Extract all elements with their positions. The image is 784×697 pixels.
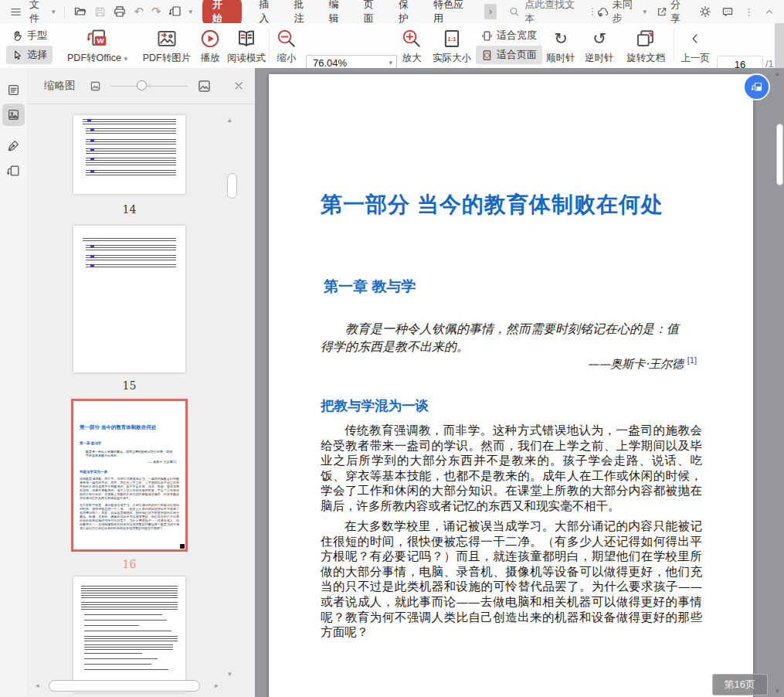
actual-size-label: 实际大小 bbox=[429, 52, 474, 65]
epigraph-quote: 教育是一种令人钦佩的事情，然而需要时刻铭记在心的是：值得学的东西是教不出来的。 bbox=[321, 320, 690, 355]
thumbnail-page-14[interactable] bbox=[73, 115, 185, 194]
footnote-ref[interactable]: [1] bbox=[687, 355, 697, 365]
search-box[interactable]: 点此查找文本 ⋮ bbox=[509, 0, 597, 26]
chapter-title: 第一章 教与学 bbox=[324, 277, 416, 297]
slider-handle[interactable] bbox=[137, 80, 147, 90]
tab-page[interactable]: 页面 bbox=[364, 0, 383, 26]
tab-annotate[interactable]: 批注 bbox=[294, 0, 313, 26]
divider bbox=[269, 29, 270, 62]
tab-edit[interactable]: 编辑 bbox=[329, 0, 348, 26]
main-menu-icon[interactable] bbox=[6, 4, 25, 20]
actual-size-button[interactable]: 1:1 实际大小 bbox=[429, 27, 474, 65]
thumbnail-page-17[interactable] bbox=[73, 576, 185, 692]
thumbnail-page-15[interactable] bbox=[73, 226, 185, 372]
redo-button[interactable]: ↷ bbox=[148, 4, 165, 20]
select-tool-button[interactable]: 选择 bbox=[6, 46, 53, 64]
zoom-in-button[interactable]: 放大 bbox=[395, 27, 428, 65]
page-label-16[interactable]: 16 bbox=[73, 558, 185, 570]
feedback-button[interactable] bbox=[721, 6, 734, 18]
open-file-button[interactable] bbox=[70, 3, 90, 20]
toolbar-edge-panel bbox=[775, 23, 784, 68]
save-button[interactable] bbox=[90, 4, 110, 20]
share-label: 分享 bbox=[670, 0, 689, 26]
undo-button[interactable]: ↶ bbox=[130, 4, 148, 20]
chevron-up-icon bbox=[764, 7, 775, 17]
hand-tool-label: 手型 bbox=[27, 29, 47, 42]
thumb-scroll-up-icon[interactable]: ▴ bbox=[228, 117, 232, 124]
read-mode-button[interactable]: 阅读模式 bbox=[222, 27, 270, 65]
rotate-document-label: 旋转文档 bbox=[623, 52, 669, 65]
search-icon bbox=[509, 6, 519, 17]
rotate-clockwise-button[interactable]: ↻ 顺时针 bbox=[542, 27, 579, 65]
titlebar-right-cluster: 未同步 ▾ 分享 ⋮ bbox=[597, 0, 775, 26]
mini-attribution: ——奥斯卡·王尔德[1] bbox=[83, 460, 176, 464]
tabs-overflow-button[interactable]: › bbox=[484, 4, 496, 19]
fit-mode-group: 适合宽度 适合页面 bbox=[476, 26, 542, 65]
doc-scroll-down-icon[interactable]: ▾ bbox=[776, 688, 779, 695]
export-convert-button[interactable] bbox=[165, 3, 185, 20]
search-options-icon[interactable]: ⋮ bbox=[588, 7, 597, 16]
settings-button[interactable] bbox=[699, 5, 711, 18]
thumb-horizontal-scrollbar[interactable] bbox=[49, 680, 200, 692]
document-viewport[interactable]: 第一部分 当今的教育体制败在何处 第一章 教与学 教育是一种令人钦佩的事情，然而… bbox=[255, 68, 784, 697]
quick-convert-float-button[interactable] bbox=[745, 75, 769, 99]
thumbnail-page-16-content: 第一部分 当今的教育体制败在何处 第一章 教与学 教育是一种令人钦佩的事情，然而… bbox=[73, 401, 185, 549]
caret-down-icon: ▾ bbox=[52, 8, 56, 15]
play-button[interactable]: 播放 bbox=[195, 27, 226, 65]
svg-text:W: W bbox=[97, 36, 104, 45]
sync-status-button[interactable]: 未同步 ▾ bbox=[597, 0, 647, 26]
pdf-to-office-button[interactable]: W PDF转Office ▾ bbox=[59, 27, 136, 65]
thumbnail-smaller-icon[interactable] bbox=[90, 80, 101, 92]
fit-width-label: 适合宽度 bbox=[497, 29, 537, 42]
fit-width-button[interactable]: 适合宽度 bbox=[476, 26, 542, 45]
fit-page-label: 适合页面 bbox=[497, 48, 537, 62]
mini-part-title: 第一部分 当今的教育体制败在何处 bbox=[80, 424, 179, 431]
page-label-14[interactable]: 14 bbox=[73, 203, 185, 216]
thumb-scroll-right-icon[interactable]: ▸ bbox=[215, 682, 219, 689]
tab-special-apps[interactable]: 特色应用 bbox=[433, 0, 472, 26]
pdf-page-16[interactable]: 第一部分 当今的教育体制败在何处 第一章 教与学 教育是一种令人钦佩的事情，然而… bbox=[269, 74, 753, 697]
rotate-document-button[interactable]: 旋转文档 bbox=[623, 27, 669, 65]
pdf-to-image-button[interactable]: PDF转图片 bbox=[136, 27, 198, 65]
thumbnail-page-16-selected[interactable]: 第一部分 当今的教育体制败在何处 第一章 教与学 教育是一种令人钦佩的事情，然而… bbox=[73, 401, 185, 549]
previous-page-button[interactable]: 上一页 bbox=[677, 27, 714, 65]
tab-protect[interactable]: 保护 bbox=[399, 0, 418, 26]
caret-down-icon: ▾ bbox=[643, 8, 647, 15]
thumb-scroll-left-icon[interactable]: ◂ bbox=[36, 682, 39, 689]
book-icon bbox=[236, 29, 256, 49]
fit-page-button[interactable]: 适合页面 bbox=[476, 46, 542, 64]
more-options-icon[interactable]: ⋮ bbox=[744, 7, 754, 17]
export-doc-icon bbox=[7, 165, 20, 178]
quick-access-caret-icon[interactable]: ▾ bbox=[185, 6, 197, 18]
doc-scroll-up-icon[interactable]: ▴ bbox=[776, 70, 779, 77]
pdf-to-office-icon: W bbox=[87, 29, 107, 49]
thumb-vertical-scrollbar[interactable] bbox=[227, 173, 237, 199]
annotation-panel-button[interactable] bbox=[2, 134, 25, 157]
rotate-clockwise-label: 顺时针 bbox=[542, 52, 579, 65]
collapse-toolbar-button[interactable] bbox=[764, 7, 775, 17]
rotate-counterclockwise-button[interactable]: ↺ 逆时针 bbox=[581, 27, 618, 65]
thumbnail-larger-icon[interactable] bbox=[197, 79, 212, 94]
caret-down-icon: ▾ bbox=[124, 55, 127, 63]
doc-vertical-scrollbar[interactable] bbox=[776, 124, 783, 185]
mini-section-title: 把教与学混为一谈 bbox=[80, 470, 179, 474]
export-panel-button[interactable] bbox=[2, 160, 25, 182]
hand-tool-button[interactable]: 手型 bbox=[6, 26, 53, 45]
page-label-15[interactable]: 15 bbox=[73, 379, 185, 392]
thumb-scroll-down-icon[interactable]: ▾ bbox=[228, 671, 232, 678]
print-button[interactable] bbox=[110, 3, 130, 20]
play-label: 播放 bbox=[195, 52, 226, 65]
rotate-counterclockwise-label: 逆时针 bbox=[581, 52, 618, 65]
body-paragraph-2: 在大多数学校里，诵记被误当成学习。大部分诵记的内容只能被记住很短的时间，很快便被… bbox=[321, 519, 702, 641]
close-panel-icon[interactable] bbox=[233, 80, 244, 91]
divider bbox=[64, 6, 65, 18]
zoom-in-label: 放大 bbox=[395, 52, 428, 65]
tab-insert[interactable]: 插入 bbox=[259, 0, 278, 26]
thumbnail-size-slider[interactable] bbox=[110, 80, 188, 91]
thumbnails-panel-button[interactable] bbox=[2, 104, 25, 126]
share-button[interactable]: 分享 bbox=[657, 0, 689, 26]
zoom-out-button[interactable]: 缩小 bbox=[270, 27, 303, 65]
hand-icon bbox=[12, 30, 23, 42]
pdf-reader-window: { "titlebar": { "menu": "文件", "tabs": ["… bbox=[0, 0, 784, 697]
outline-panel-button[interactable] bbox=[2, 79, 25, 101]
